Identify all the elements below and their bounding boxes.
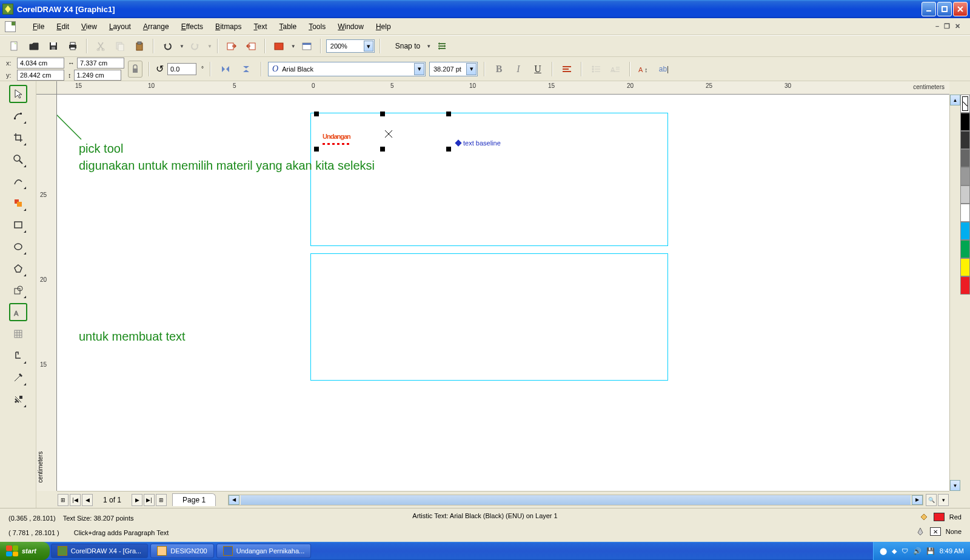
color-swatch[interactable] <box>960 276 970 295</box>
window-maximize-button[interactable] <box>937 2 952 16</box>
start-button[interactable]: start <box>0 542 50 560</box>
bold-button[interactable]: B <box>491 61 507 77</box>
menu-tools[interactable]: Tools <box>303 20 332 33</box>
scroll-right-button[interactable]: ▶ <box>912 495 923 505</box>
scroll-down-button[interactable]: ▼ <box>950 480 960 491</box>
italic-button[interactable]: I <box>510 61 526 77</box>
shape-tool[interactable] <box>9 107 27 125</box>
tray-icon[interactable]: ⬤ <box>880 547 887 555</box>
import-button[interactable] <box>223 38 240 55</box>
zoom-level-input[interactable]: 200% ▾ <box>326 39 375 53</box>
taskbar-item-word[interactable]: Undangan Pernikaha... <box>216 544 312 558</box>
color-swatch[interactable] <box>960 258 970 276</box>
menu-edit[interactable]: Edit <box>50 20 75 33</box>
tray-icon[interactable]: 🔊 <box>913 547 921 555</box>
taskbar-item-coreldraw[interactable]: CorelDRAW X4 - [Gra... <box>51 544 148 558</box>
font-family-input[interactable]: O Arial Black ▾ <box>268 62 426 76</box>
cut-button[interactable] <box>92 38 109 55</box>
menu-effects[interactable]: Effects <box>175 20 209 33</box>
copy-button[interactable] <box>112 38 129 55</box>
mdi-restore-button[interactable]: ❐ <box>944 22 950 30</box>
text-tool[interactable]: A <box>9 303 27 321</box>
fill-color-swatch[interactable] <box>934 513 945 521</box>
print-button[interactable] <box>64 38 81 55</box>
color-swatch[interactable] <box>960 185 970 204</box>
rotation-input[interactable] <box>167 63 196 75</box>
app-launcher-dropdown[interactable]: ▼ <box>291 44 296 49</box>
menu-view[interactable]: View <box>75 20 103 33</box>
save-button[interactable] <box>45 38 62 55</box>
tray-icon[interactable]: 💾 <box>926 547 935 555</box>
undo-button[interactable] <box>159 38 176 55</box>
underline-button[interactable]: U <box>530 61 546 77</box>
crop-tool[interactable] <box>9 128 27 147</box>
polygon-tool[interactable] <box>9 259 27 278</box>
color-swatch[interactable] <box>960 167 970 185</box>
color-swatch[interactable] <box>960 131 970 149</box>
window-minimize-button[interactable] <box>921 2 936 16</box>
edit-text-button[interactable]: ab| <box>656 61 672 77</box>
menu-arrange[interactable]: Arrange <box>137 20 175 33</box>
redo-button[interactable] <box>187 38 204 55</box>
scroll-left-button[interactable]: ◀ <box>229 495 239 505</box>
freehand-tool[interactable] <box>9 172 27 190</box>
rectangle-tool[interactable] <box>9 216 27 234</box>
tray-icon[interactable]: ◆ <box>892 547 897 555</box>
menu-layout[interactable]: Layout <box>103 20 137 33</box>
mirror-horizontal-button[interactable] <box>217 61 234 78</box>
ellipse-tool[interactable] <box>9 238 27 256</box>
new-button[interactable] <box>6 38 23 55</box>
menu-text[interactable]: Text <box>247 20 273 33</box>
zoom-tool[interactable] <box>9 150 27 168</box>
color-swatch[interactable] <box>960 222 970 240</box>
menu-table[interactable]: Table <box>273 20 303 33</box>
snap-to-label[interactable]: Snap to <box>395 42 420 50</box>
menu-help[interactable]: Help <box>370 20 397 33</box>
eyedropper-tool[interactable] <box>9 368 27 387</box>
menu-window[interactable]: Window <box>332 20 370 33</box>
alignment-button[interactable] <box>559 61 575 77</box>
snap-to-dropdown[interactable]: ▼ <box>426 44 431 49</box>
next-page-button[interactable]: ▶ <box>132 494 142 506</box>
add-page-after-button[interactable]: ⊞ <box>156 494 167 506</box>
open-button[interactable] <box>25 38 42 55</box>
artistic-text-object[interactable]: Undangan <box>323 121 350 144</box>
app-launcher-button[interactable] <box>270 38 287 55</box>
zoom-dropdown-icon[interactable]: ▾ <box>364 41 373 52</box>
zoom-nav-button[interactable]: 🔍 <box>926 494 937 506</box>
no-color-swatch[interactable] <box>960 95 970 113</box>
canvas[interactable]: Undangan text baseline pick tool digunak… <box>57 95 949 491</box>
rectangle-object-1[interactable] <box>310 113 668 246</box>
mirror-vertical-button[interactable] <box>238 61 255 78</box>
color-swatch[interactable] <box>960 204 970 222</box>
window-close-button[interactable] <box>953 2 968 16</box>
outline-tool[interactable] <box>9 390 27 408</box>
color-swatch[interactable] <box>960 240 970 258</box>
options-button[interactable] <box>433 38 450 55</box>
add-page-before-button[interactable]: ⊞ <box>58 494 69 506</box>
tray-icon[interactable]: 🛡 <box>901 547 908 555</box>
smart-fill-tool[interactable] <box>9 194 27 212</box>
mdi-minimize-button[interactable]: – <box>935 22 939 30</box>
dropcap-button[interactable]: A <box>607 61 623 77</box>
size-dropdown-icon[interactable]: ▾ <box>466 63 477 75</box>
scrollbar-track[interactable] <box>241 495 911 505</box>
basic-shapes-tool[interactable] <box>9 281 27 299</box>
height-input[interactable] <box>74 70 121 81</box>
color-swatch[interactable] <box>960 149 970 167</box>
last-page-button[interactable]: ▶| <box>144 494 155 506</box>
color-swatch[interactable] <box>960 113 970 131</box>
menu-file[interactable]: File <box>27 20 50 33</box>
paste-button[interactable] <box>131 38 148 55</box>
page-tab-1[interactable]: Page 1 <box>172 493 216 506</box>
interactive-tool[interactable] <box>9 347 27 365</box>
bullets-button[interactable] <box>588 61 604 77</box>
scroll-up-button[interactable]: ▲ <box>950 95 960 105</box>
prev-page-button[interactable]: ◀ <box>82 494 93 506</box>
view-nav-button[interactable]: ▾ <box>938 494 949 506</box>
pick-tool[interactable] <box>9 85 27 103</box>
outline-color-swatch[interactable] <box>930 527 941 536</box>
ruler-origin[interactable] <box>36 81 57 95</box>
horizontal-ruler[interactable]: 15 10 5 0 5 10 15 20 25 30 centimeters <box>57 81 949 95</box>
clock[interactable]: 8:49 AM <box>940 547 964 555</box>
